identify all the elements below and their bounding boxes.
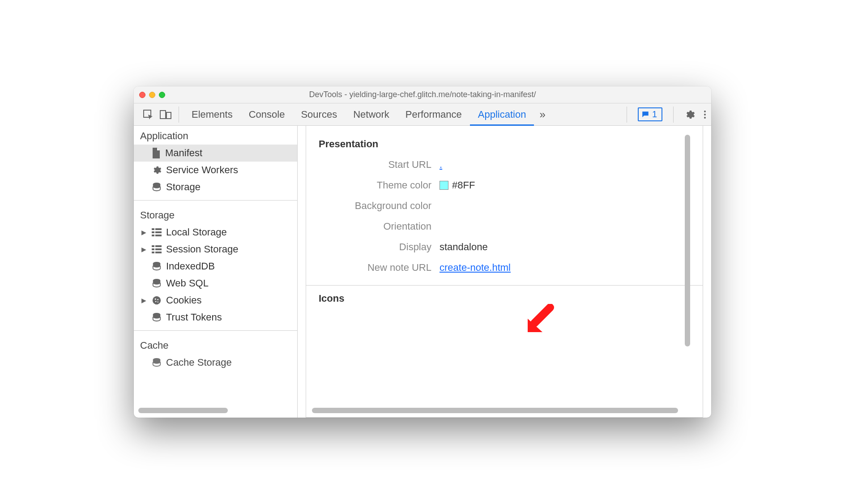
sidebar-item-label: Web SQL	[166, 278, 209, 289]
svg-rect-16	[155, 248, 162, 250]
sidebar-item-label: Manifest	[165, 147, 202, 159]
theme-color-value: #8FF	[452, 179, 475, 191]
svg-rect-1	[160, 111, 166, 119]
svg-point-4	[704, 114, 706, 115]
field-orientation: Orientation	[319, 221, 690, 232]
new-note-url-link[interactable]: create-note.html	[440, 262, 511, 273]
database-icon	[152, 358, 162, 367]
svg-rect-9	[152, 231, 154, 233]
group-icons-title: Icons	[319, 293, 690, 304]
devtools-toolbar: Elements Console Sources Network Perform…	[134, 103, 711, 126]
sidebar-item-label: IndexedDB	[166, 261, 215, 272]
grid-icon	[152, 228, 162, 236]
tab-performance[interactable]: Performance	[397, 103, 470, 125]
expand-arrow-icon[interactable]: ▶	[140, 246, 147, 253]
svg-rect-15	[152, 248, 154, 250]
tab-sources[interactable]: Sources	[293, 103, 345, 125]
section-divider	[306, 285, 703, 286]
field-theme-color: Theme color #8FF	[319, 179, 690, 191]
cookie-icon	[152, 295, 162, 305]
database-icon	[152, 278, 162, 288]
svg-rect-13	[152, 245, 154, 247]
sidebar-section-cache: Cache	[134, 335, 297, 354]
main-vertical-scrollbar[interactable]	[685, 135, 690, 399]
messages-count: 1	[652, 109, 657, 120]
messages-badge[interactable]: 1	[638, 107, 662, 121]
field-label: Background color	[319, 200, 440, 212]
sidebar-section-application: Application	[134, 126, 297, 145]
field-label: Start URL	[319, 159, 440, 171]
svg-point-21	[153, 296, 161, 304]
toolbar-divider	[627, 107, 627, 123]
application-sidebar[interactable]: Application Manifest Service Workers Sto…	[134, 126, 298, 418]
svg-rect-11	[152, 235, 154, 236]
sidebar-item-local-storage[interactable]: ▶ Local Storage	[134, 224, 297, 241]
start-url-link[interactable]: .	[440, 159, 442, 171]
svg-rect-8	[155, 228, 162, 230]
manifest-panel: Presentation Start URL . Theme color #8F…	[298, 126, 711, 418]
gear-icon	[152, 165, 162, 175]
field-label: New note URL	[319, 262, 440, 273]
sidebar-item-storage[interactable]: Storage	[134, 179, 297, 196]
database-icon	[152, 312, 162, 322]
sidebar-item-session-storage[interactable]: ▶ Session Storage	[134, 241, 297, 258]
document-icon	[152, 148, 161, 158]
sidebar-item-indexeddb[interactable]: IndexedDB	[134, 258, 297, 275]
database-icon	[152, 182, 162, 192]
tab-console[interactable]: Console	[241, 103, 293, 125]
svg-point-24	[155, 301, 157, 302]
svg-rect-7	[152, 228, 154, 230]
svg-rect-14	[155, 245, 162, 247]
svg-rect-10	[155, 231, 162, 233]
sidebar-item-label: Cookies	[166, 295, 201, 306]
toolbar-left	[138, 109, 176, 120]
sidebar-item-manifest[interactable]: Manifest	[134, 145, 297, 162]
devtools-body: Application Manifest Service Workers Sto…	[134, 126, 711, 418]
tab-elements[interactable]: Elements	[184, 103, 241, 125]
sidebar-item-label: Service Workers	[166, 164, 238, 176]
field-display: Display standalone	[319, 241, 690, 253]
sidebar-divider	[134, 200, 297, 201]
field-new-note-url: New note URL create-note.html	[319, 262, 690, 273]
svg-point-23	[157, 299, 158, 300]
expand-arrow-icon[interactable]: ▶	[140, 297, 147, 304]
sidebar-divider	[134, 330, 297, 331]
expand-arrow-icon[interactable]: ▶	[140, 229, 147, 236]
sidebar-item-cookies[interactable]: ▶ Cookies	[134, 292, 297, 309]
device-toolbar-icon[interactable]	[160, 109, 171, 120]
tab-network[interactable]: Network	[345, 103, 397, 125]
field-background-color: Background color	[319, 200, 690, 212]
sidebar-item-label: Trust Tokens	[166, 312, 222, 323]
toolbar-right: 1	[624, 107, 707, 123]
svg-rect-18	[155, 252, 162, 253]
sidebar-item-trust-tokens[interactable]: Trust Tokens	[134, 309, 297, 326]
sidebar-item-cache-storage[interactable]: Cache Storage	[134, 354, 297, 371]
sidebar-item-websql[interactable]: Web SQL	[134, 275, 297, 292]
field-start-url: Start URL .	[319, 159, 690, 171]
field-label: Display	[319, 241, 440, 253]
main-horizontal-scrollbar[interactable]	[312, 408, 693, 413]
svg-rect-12	[155, 235, 162, 236]
svg-rect-2	[166, 112, 171, 119]
sidebar-item-label: Local Storage	[166, 226, 227, 238]
tab-application[interactable]: Application	[470, 103, 534, 125]
sidebar-item-service-workers[interactable]: Service Workers	[134, 162, 297, 179]
grid-icon	[152, 245, 162, 253]
inspect-element-icon[interactable]	[143, 109, 154, 120]
field-label: Theme color	[319, 179, 440, 191]
svg-rect-17	[152, 252, 154, 253]
manifest-panel-inner[interactable]: Presentation Start URL . Theme color #8F…	[306, 126, 703, 418]
svg-point-25	[158, 302, 158, 303]
window-title: DevTools - yielding-large-chef.glitch.me…	[134, 90, 711, 99]
svg-point-3	[704, 111, 706, 112]
display-value: standalone	[440, 241, 488, 253]
database-icon	[152, 261, 162, 271]
panel-tabs: Elements Console Sources Network Perform…	[184, 103, 551, 125]
devtools-window: DevTools - yielding-large-chef.glitch.me…	[134, 86, 711, 418]
window-titlebar: DevTools - yielding-large-chef.glitch.me…	[134, 86, 711, 103]
field-label: Orientation	[319, 221, 440, 232]
kebab-menu-icon[interactable]	[703, 109, 707, 120]
settings-icon[interactable]	[684, 109, 695, 120]
sidebar-horizontal-scrollbar[interactable]	[138, 408, 293, 413]
more-tabs-icon[interactable]: »	[534, 108, 551, 121]
